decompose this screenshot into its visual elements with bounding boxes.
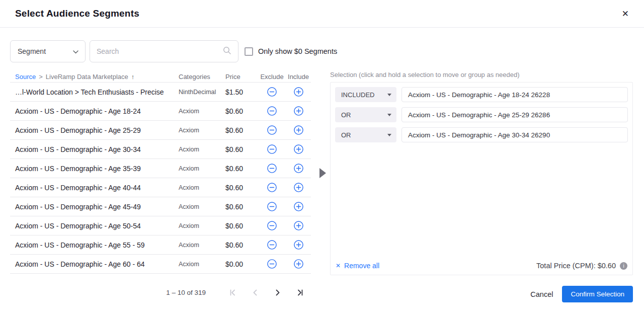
price-cell: $0.60 — [225, 241, 258, 249]
column-header-include: Include — [286, 73, 311, 81]
category-cell: Acxiom — [179, 261, 225, 268]
selection-item[interactable]: INCLUDED Acxiom - US - Demographic - Age… — [335, 87, 628, 102]
selection-header: Selection (click and hold a selection to… — [330, 71, 633, 78]
operator-dropdown[interactable]: OR — [335, 107, 396, 122]
category-cell: Acxiom — [179, 108, 225, 115]
exclude-icon[interactable] — [267, 220, 277, 231]
selection-item-label: Acxiom - US - Demographic - Age 18-24 26… — [401, 87, 628, 102]
exclude-icon[interactable] — [267, 201, 277, 212]
segment-name-cell: Acxiom - US - Demographic - Age 55 - 59 — [10, 241, 179, 249]
table-row[interactable]: Acxiom - US - Demographic - Age 30-34 Ac… — [10, 140, 311, 159]
operator-value: OR — [341, 131, 351, 139]
remove-all-link[interactable]: ✕ Remove all — [336, 262, 379, 270]
chevron-down-icon — [387, 94, 391, 96]
category-cell: Acxiom — [179, 127, 225, 134]
cancel-button[interactable]: Cancel — [530, 290, 553, 298]
include-icon[interactable] — [293, 182, 304, 193]
category-cell: Acxiom — [179, 242, 225, 249]
include-icon[interactable] — [293, 144, 304, 154]
selection-item[interactable]: OR Acxiom - US - Demographic - Age 30-34… — [335, 127, 628, 142]
checkbox-icon[interactable] — [245, 47, 253, 56]
exclude-icon[interactable] — [267, 106, 277, 116]
table-row[interactable]: Acxiom - US - Demographic - Age 55 - 59 … — [10, 235, 311, 255]
dialog-header: Select Audience Segments ✕ — [0, 0, 644, 28]
table-row[interactable]: …l-World Location > Tech Enthusiasts - P… — [10, 83, 311, 102]
search-input[interactable] — [97, 47, 223, 55]
previous-page-icon[interactable] — [251, 288, 260, 297]
exclude-icon[interactable] — [267, 182, 277, 193]
last-page-icon[interactable] — [295, 288, 304, 297]
include-icon[interactable] — [293, 201, 304, 212]
chevron-down-icon — [387, 134, 391, 136]
category-cell: Acxiom — [179, 203, 225, 210]
table-row[interactable]: Acxiom - US - Demographic - Age 25-29 Ac… — [10, 121, 311, 140]
info-icon[interactable]: i — [620, 262, 627, 270]
operator-dropdown[interactable]: INCLUDED — [335, 87, 396, 102]
segment-type-dropdown[interactable]: Segment — [10, 40, 86, 62]
segment-name-cell: Acxiom - US - Demographic - Age 35-39 — [10, 165, 179, 173]
table-header-row: Source > LiveRamp Data Marketplace ↑ Cat… — [10, 71, 311, 82]
exclude-icon[interactable] — [267, 144, 277, 154]
include-icon[interactable] — [293, 259, 304, 269]
remove-all-label: Remove all — [344, 262, 379, 270]
next-page-icon[interactable] — [273, 288, 282, 297]
confirm-selection-button[interactable]: Confirm Selection — [562, 286, 633, 302]
price-cell: $0.00 — [225, 260, 258, 268]
exclude-icon[interactable] — [267, 125, 277, 135]
selection-footer: ✕ Remove all Total Price (CPM): $0.60 i — [336, 262, 627, 270]
close-icon[interactable]: ✕ — [622, 10, 629, 18]
segment-name-cell: Acxiom - US - Demographic - Age 18-24 — [10, 107, 179, 115]
include-icon[interactable] — [293, 220, 304, 231]
segment-name-cell: Acxiom - US - Demographic - Age 45-49 — [10, 203, 179, 211]
operator-value: OR — [341, 111, 351, 119]
price-cell: $0.60 — [225, 203, 258, 211]
price-cell: $0.60 — [225, 222, 258, 230]
category-cell: Acxiom — [179, 146, 225, 153]
price-cell: $0.60 — [225, 184, 258, 192]
exclude-icon[interactable] — [267, 259, 277, 269]
segments-table: Source > LiveRamp Data Marketplace ↑ Cat… — [10, 71, 311, 274]
breadcrumb: Source > LiveRamp Data Marketplace ↑ — [10, 73, 179, 81]
include-icon[interactable] — [293, 163, 304, 174]
include-icon[interactable] — [293, 87, 304, 97]
table-row[interactable]: Acxiom - US - Demographic - Age 35-39 Ac… — [10, 159, 311, 178]
breadcrumb-source-link[interactable]: Source — [15, 73, 36, 81]
first-page-icon[interactable] — [229, 288, 237, 297]
table-row[interactable]: Acxiom - US - Demographic - Age 18-24 Ac… — [10, 102, 311, 121]
table-row[interactable]: Acxiom - US - Demographic - Age 40-44 Ac… — [10, 178, 311, 197]
total-price-label: Total Price (CPM): $0.60 — [536, 262, 616, 270]
search-box[interactable] — [90, 40, 238, 62]
column-header-price: Price — [225, 73, 258, 81]
category-cell: Acxiom — [179, 184, 225, 191]
sort-ascending-icon[interactable]: ↑ — [131, 73, 135, 81]
exclude-icon[interactable] — [267, 240, 277, 250]
selection-item-label: Acxiom - US - Demographic - Age 25-29 26… — [401, 107, 628, 122]
segment-name-cell: …l-World Location > Tech Enthusiasts - P… — [10, 88, 179, 96]
operator-dropdown[interactable]: OR — [335, 127, 396, 142]
column-header-exclude: Exclude — [258, 73, 286, 81]
zero-segments-filter[interactable]: Only show $0 Segments — [245, 47, 337, 56]
table-row[interactable]: Acxiom - US - Demographic - Age 50-54 Ac… — [10, 216, 311, 235]
segment-dropdown-value: Segment — [18, 47, 46, 55]
chevron-down-icon — [387, 114, 391, 116]
segment-name-cell: Acxiom - US - Demographic - Age 50-54 — [10, 222, 179, 230]
table-row[interactable]: Acxiom - US - Demographic - Age 60 - 64 … — [10, 255, 311, 274]
selection-item-label: Acxiom - US - Demographic - Age 30-34 26… — [401, 127, 628, 142]
column-header-categories: Categories — [179, 73, 225, 81]
include-icon[interactable] — [293, 240, 304, 250]
chevron-down-icon — [73, 47, 78, 55]
table-body: …l-World Location > Tech Enthusiasts - P… — [10, 82, 311, 274]
segment-name-cell: Acxiom - US - Demographic - Age 30-34 — [10, 145, 179, 153]
remove-all-x-icon: ✕ — [336, 263, 341, 269]
zero-segments-filter-label: Only show $0 Segments — [258, 47, 337, 55]
include-icon[interactable] — [293, 106, 304, 116]
selection-item[interactable]: OR Acxiom - US - Demographic - Age 25-29… — [335, 107, 628, 122]
table-row[interactable]: Acxiom - US - Demographic - Age 45-49 Ac… — [10, 197, 311, 216]
exclude-icon[interactable] — [267, 163, 277, 174]
toolbar: Segment Only show $0 Segments — [10, 40, 337, 62]
exclude-icon[interactable] — [267, 87, 277, 97]
move-to-selection-arrow-icon — [319, 168, 326, 178]
price-cell: $0.60 — [225, 107, 258, 115]
include-icon[interactable] — [293, 125, 304, 135]
pagination-label: 1 – 10 of 319 — [166, 289, 206, 296]
